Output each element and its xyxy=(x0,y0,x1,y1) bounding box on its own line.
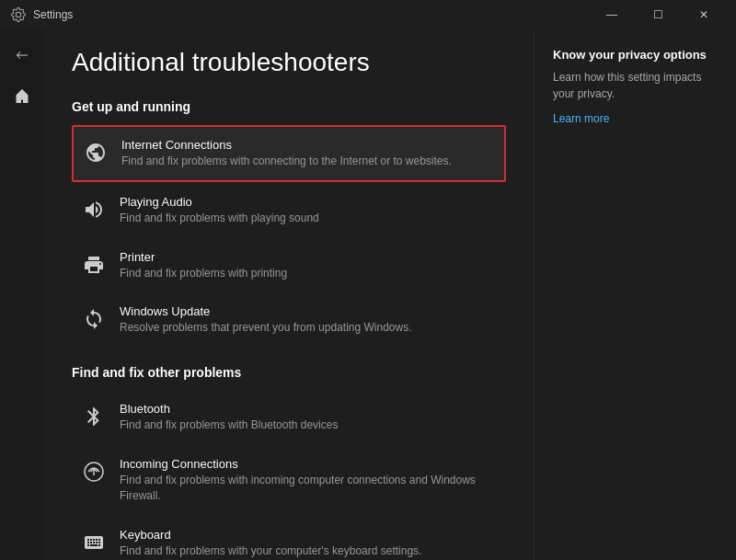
printer-icon xyxy=(81,252,107,278)
right-panel: Know your privacy options Learn how this… xyxy=(534,29,736,560)
playing-audio-desc: Find and fix problems with playing sound xyxy=(120,211,319,226)
troubleshooter-item-printer[interactable]: Printer Find and fix problems with print… xyxy=(72,239,506,292)
incoming-connections-text: Incoming Connections Find and fix proble… xyxy=(120,457,497,504)
playing-audio-icon xyxy=(81,197,107,223)
incoming-connections-title: Incoming Connections xyxy=(120,457,497,471)
main-content: Additional troubleshooters Get up and ru… xyxy=(44,29,534,560)
section-header-get-up-running: Get up and running xyxy=(72,99,506,114)
bluetooth-text: Bluetooth Find and fix problems with Blu… xyxy=(120,402,338,433)
troubleshooter-item-windows-update[interactable]: Windows Update Resolve problems that pre… xyxy=(72,293,506,347)
incoming-connections-icon xyxy=(81,459,107,485)
troubleshooter-item-playing-audio[interactable]: Playing Audio Find and fix problems with… xyxy=(72,184,506,237)
nav-back-button[interactable] xyxy=(4,37,40,74)
page-title: Additional troubleshooters xyxy=(72,48,506,77)
nav-home-button[interactable] xyxy=(4,77,40,114)
troubleshooter-item-bluetooth[interactable]: Bluetooth Find and fix problems with Blu… xyxy=(72,391,506,444)
keyboard-text: Keyboard Find and fix problems with your… xyxy=(120,528,421,559)
home-icon xyxy=(15,88,29,103)
printer-title: Printer xyxy=(120,250,287,264)
troubleshooter-item-incoming-connections[interactable]: Incoming Connections Find and fix proble… xyxy=(72,446,506,515)
incoming-connections-desc: Find and fix problems with incoming comp… xyxy=(120,473,497,504)
troubleshooter-item-internet-connections[interactable]: Internet Connections Find and fix proble… xyxy=(72,125,506,182)
internet-connections-desc: Find and fix problems with connecting to… xyxy=(121,154,452,169)
keyboard-title: Keyboard xyxy=(120,528,421,542)
title-bar-controls: — ☐ ✕ xyxy=(591,0,725,29)
bluetooth-title: Bluetooth xyxy=(120,402,338,416)
minimize-button[interactable]: — xyxy=(591,0,633,29)
content-area: Additional troubleshooters Get up and ru… xyxy=(44,29,736,560)
close-button[interactable]: ✕ xyxy=(683,0,725,29)
playing-audio-text: Playing Audio Find and fix problems with… xyxy=(120,195,319,226)
left-nav xyxy=(0,29,44,560)
settings-icon xyxy=(11,7,26,22)
keyboard-desc: Find and fix problems with your computer… xyxy=(120,543,421,559)
main-container: Additional troubleshooters Get up and ru… xyxy=(0,29,736,560)
internet-connections-icon xyxy=(83,140,109,166)
printer-desc: Find and fix problems with printing xyxy=(120,266,287,281)
playing-audio-title: Playing Audio xyxy=(120,195,319,209)
windows-update-text: Windows Update Resolve problems that pre… xyxy=(120,304,412,336)
troubleshooter-item-keyboard[interactable]: Keyboard Find and fix problems with your… xyxy=(72,517,506,560)
bluetooth-desc: Find and fix problems with Bluetooth dev… xyxy=(120,417,338,433)
internet-connections-title: Internet Connections xyxy=(121,138,452,152)
title-bar-title: Settings xyxy=(33,8,73,21)
section-header-find-fix-other: Find and fix other problems xyxy=(72,365,506,380)
maximize-button[interactable]: ☐ xyxy=(637,0,679,29)
privacy-desc: Learn how this setting impacts your priv… xyxy=(553,69,718,102)
back-arrow-icon xyxy=(16,49,29,62)
privacy-title: Know your privacy options xyxy=(553,48,718,62)
internet-connections-text: Internet Connections Find and fix proble… xyxy=(121,138,452,169)
windows-update-icon xyxy=(81,306,107,332)
title-bar-left: Settings xyxy=(11,7,73,22)
printer-text: Printer Find and fix problems with print… xyxy=(120,250,287,281)
keyboard-icon xyxy=(81,530,107,555)
windows-update-title: Windows Update xyxy=(120,304,412,318)
title-bar: Settings — ☐ ✕ xyxy=(0,0,736,29)
bluetooth-icon xyxy=(81,404,107,429)
learn-more-link[interactable]: Learn more xyxy=(553,112,609,125)
windows-update-desc: Resolve problems that prevent you from u… xyxy=(120,320,412,336)
